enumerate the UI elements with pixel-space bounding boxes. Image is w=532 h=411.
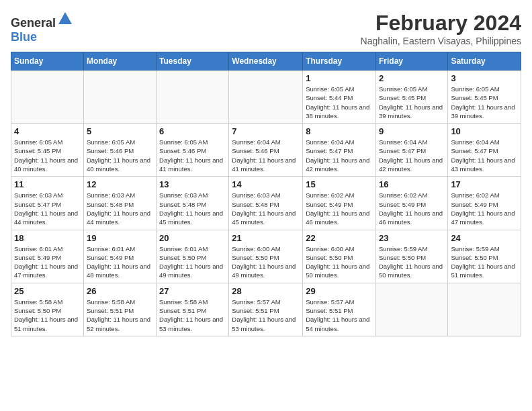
day-number: 20 <box>159 233 226 243</box>
table-row: 16Sunrise: 6:02 AM Sunset: 5:49 PM Dayli… <box>375 177 447 230</box>
table-row: 17Sunrise: 6:02 AM Sunset: 5:49 PM Dayli… <box>448 177 521 230</box>
day-info: Sunrise: 6:01 AM Sunset: 5:49 PM Dayligh… <box>87 244 153 280</box>
day-number: 26 <box>87 286 153 296</box>
day-info: Sunrise: 6:04 AM Sunset: 5:47 PM Dayligh… <box>306 138 373 173</box>
table-row: 7Sunrise: 6:04 AM Sunset: 5:46 PM Daylig… <box>229 124 303 177</box>
day-info: Sunrise: 5:57 AM Sunset: 5:51 PM Dayligh… <box>306 298 373 333</box>
table-row: 18Sunrise: 6:01 AM Sunset: 5:49 PM Dayli… <box>11 230 84 283</box>
logo-blue: Blue <box>11 30 37 44</box>
day-info: Sunrise: 6:03 AM Sunset: 5:48 PM Dayligh… <box>159 191 226 226</box>
header-wednesday: Wednesday <box>229 52 303 71</box>
logo-icon <box>57 11 73 27</box>
day-number: 2 <box>379 73 445 83</box>
table-row: 19Sunrise: 6:01 AM Sunset: 5:49 PM Dayli… <box>83 230 156 283</box>
day-info: Sunrise: 6:00 AM Sunset: 5:50 PM Dayligh… <box>306 244 373 280</box>
day-info: Sunrise: 5:58 AM Sunset: 5:51 PM Dayligh… <box>87 298 153 333</box>
table-row: 9Sunrise: 6:04 AM Sunset: 5:47 PM Daylig… <box>375 124 447 177</box>
day-number: 12 <box>87 179 153 189</box>
table-row: 21Sunrise: 6:00 AM Sunset: 5:50 PM Dayli… <box>229 230 303 283</box>
day-number: 13 <box>159 179 226 189</box>
table-row: 3Sunrise: 6:05 AM Sunset: 5:45 PM Daylig… <box>448 71 521 124</box>
day-info: Sunrise: 6:00 AM Sunset: 5:50 PM Dayligh… <box>232 244 300 280</box>
day-number: 1 <box>306 73 373 83</box>
day-number: 27 <box>159 286 226 296</box>
calendar-week-row: 1Sunrise: 6:05 AM Sunset: 5:44 PM Daylig… <box>11 71 521 124</box>
table-row <box>448 283 521 336</box>
table-row: 14Sunrise: 6:03 AM Sunset: 5:48 PM Dayli… <box>229 177 303 230</box>
day-info: Sunrise: 5:58 AM Sunset: 5:50 PM Dayligh… <box>14 298 81 333</box>
day-info: Sunrise: 6:01 AM Sunset: 5:49 PM Dayligh… <box>14 244 81 280</box>
day-number: 5 <box>87 126 153 136</box>
table-row: 28Sunrise: 5:57 AM Sunset: 5:51 PM Dayli… <box>229 283 303 336</box>
table-row: 2Sunrise: 6:05 AM Sunset: 5:45 PM Daylig… <box>375 71 447 124</box>
day-number: 29 <box>306 286 373 296</box>
table-row: 26Sunrise: 5:58 AM Sunset: 5:51 PM Dayli… <box>83 283 156 336</box>
table-row <box>157 71 229 124</box>
day-info: Sunrise: 6:04 AM Sunset: 5:47 PM Dayligh… <box>451 138 518 173</box>
header-sunday: Sunday <box>11 52 84 71</box>
day-number: 4 <box>14 126 81 136</box>
day-info: Sunrise: 6:03 AM Sunset: 5:47 PM Dayligh… <box>14 191 81 226</box>
day-info: Sunrise: 6:05 AM Sunset: 5:46 PM Dayligh… <box>159 138 226 173</box>
day-number: 18 <box>14 233 81 243</box>
day-info: Sunrise: 6:02 AM Sunset: 5:49 PM Dayligh… <box>379 191 445 226</box>
weekday-header-row: Sunday Monday Tuesday Wednesday Thursday… <box>11 52 521 71</box>
day-number: 14 <box>232 179 300 189</box>
day-number: 8 <box>306 126 373 136</box>
table-row: 23Sunrise: 5:59 AM Sunset: 5:50 PM Dayli… <box>375 230 447 283</box>
calendar-week-row: 11Sunrise: 6:03 AM Sunset: 5:47 PM Dayli… <box>11 177 521 230</box>
table-row <box>375 283 447 336</box>
table-row: 15Sunrise: 6:02 AM Sunset: 5:49 PM Dayli… <box>303 177 376 230</box>
day-number: 10 <box>451 126 518 136</box>
day-number: 15 <box>306 179 373 189</box>
month-year: February 2024 <box>361 11 521 36</box>
table-row: 29Sunrise: 5:57 AM Sunset: 5:51 PM Dayli… <box>303 283 376 336</box>
svg-marker-0 <box>58 12 72 24</box>
header-saturday: Saturday <box>448 52 521 71</box>
day-info: Sunrise: 6:05 AM Sunset: 5:45 PM Dayligh… <box>379 85 445 120</box>
table-row: 10Sunrise: 6:04 AM Sunset: 5:47 PM Dayli… <box>448 124 521 177</box>
day-number: 6 <box>159 126 226 136</box>
day-info: Sunrise: 5:59 AM Sunset: 5:50 PM Dayligh… <box>451 244 518 280</box>
day-number: 16 <box>379 179 445 189</box>
table-row: 25Sunrise: 5:58 AM Sunset: 5:50 PM Dayli… <box>11 283 84 336</box>
calendar: Sunday Monday Tuesday Wednesday Thursday… <box>11 52 521 336</box>
day-number: 11 <box>14 179 81 189</box>
header-friday: Friday <box>375 52 447 71</box>
calendar-week-row: 4Sunrise: 6:05 AM Sunset: 5:45 PM Daylig… <box>11 124 521 177</box>
table-row: 27Sunrise: 5:58 AM Sunset: 5:51 PM Dayli… <box>157 283 229 336</box>
table-row <box>11 71 84 124</box>
title-area: February 2024 Naghalin, Eastern Visayas,… <box>361 11 521 46</box>
logo: General Blue <box>11 11 73 44</box>
table-row <box>83 71 156 124</box>
day-info: Sunrise: 6:02 AM Sunset: 5:49 PM Dayligh… <box>451 191 518 226</box>
day-number: 24 <box>451 233 518 243</box>
day-number: 23 <box>379 233 445 243</box>
table-row: 5Sunrise: 6:05 AM Sunset: 5:46 PM Daylig… <box>83 124 156 177</box>
table-row: 11Sunrise: 6:03 AM Sunset: 5:47 PM Dayli… <box>11 177 84 230</box>
day-info: Sunrise: 6:05 AM Sunset: 5:45 PM Dayligh… <box>14 138 81 173</box>
day-number: 17 <box>451 179 518 189</box>
table-row: 6Sunrise: 6:05 AM Sunset: 5:46 PM Daylig… <box>157 124 229 177</box>
day-info: Sunrise: 6:03 AM Sunset: 5:48 PM Dayligh… <box>232 191 300 226</box>
header: General Blue February 2024 Naghalin, Eas… <box>11 11 521 46</box>
day-info: Sunrise: 6:05 AM Sunset: 5:44 PM Dayligh… <box>306 85 373 120</box>
header-monday: Monday <box>83 52 156 71</box>
day-info: Sunrise: 6:02 AM Sunset: 5:49 PM Dayligh… <box>306 191 373 226</box>
table-row: 22Sunrise: 6:00 AM Sunset: 5:50 PM Dayli… <box>303 230 376 283</box>
day-number: 22 <box>306 233 373 243</box>
day-number: 28 <box>232 286 300 296</box>
day-number: 19 <box>87 233 153 243</box>
day-info: Sunrise: 6:05 AM Sunset: 5:46 PM Dayligh… <box>87 138 153 173</box>
table-row: 8Sunrise: 6:04 AM Sunset: 5:47 PM Daylig… <box>303 124 376 177</box>
day-number: 9 <box>379 126 445 136</box>
day-info: Sunrise: 6:01 AM Sunset: 5:50 PM Dayligh… <box>159 244 226 280</box>
day-info: Sunrise: 5:57 AM Sunset: 5:51 PM Dayligh… <box>232 298 300 333</box>
day-number: 25 <box>14 286 81 296</box>
table-row: 20Sunrise: 6:01 AM Sunset: 5:50 PM Dayli… <box>157 230 229 283</box>
day-number: 7 <box>232 126 300 136</box>
header-thursday: Thursday <box>303 52 376 71</box>
table-row: 24Sunrise: 5:59 AM Sunset: 5:50 PM Dayli… <box>448 230 521 283</box>
table-row: 4Sunrise: 6:05 AM Sunset: 5:45 PM Daylig… <box>11 124 84 177</box>
calendar-week-row: 18Sunrise: 6:01 AM Sunset: 5:49 PM Dayli… <box>11 230 521 283</box>
